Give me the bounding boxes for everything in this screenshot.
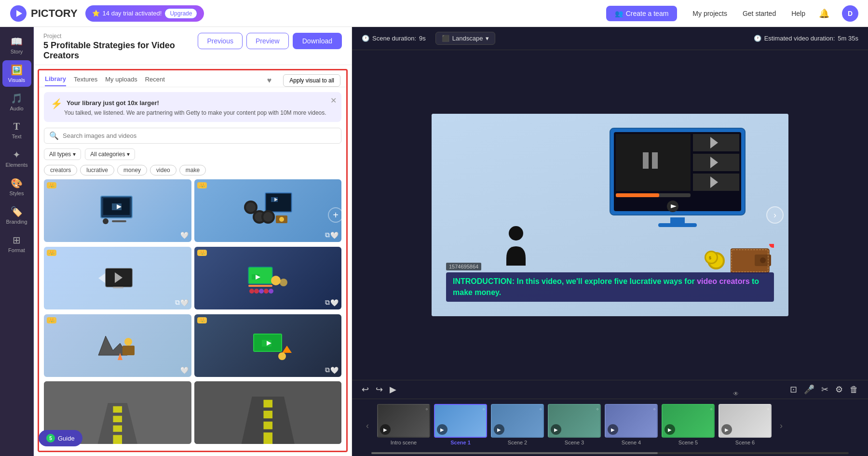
copy-badge-3[interactable]: ⧉ — [175, 298, 180, 307]
scene-thumb-5[interactable]: ▶ ⬦ Scene 5 — [662, 404, 715, 447]
filter-categories-dropdown[interactable]: All categories ▾ — [85, 148, 135, 160]
orientation-select[interactable]: ⬛ Landscape ▾ — [435, 32, 496, 45]
my-projects-link[interactable]: My projects — [692, 10, 727, 17]
tab-textures[interactable]: Textures — [74, 76, 97, 86]
scene-thumb-1[interactable]: ▶ ⬦ Scene 1 — [434, 404, 487, 447]
sidebar-item-format[interactable]: ⊞ Format — [2, 230, 31, 257]
image-card-2[interactable]: 👑 ⧉ 🤍 — [194, 179, 342, 242]
scene-label-3: Scene 3 — [565, 440, 584, 445]
get-started-link[interactable]: Get started — [743, 10, 776, 17]
create-team-button[interactable]: 👥 Create a team — [606, 6, 678, 21]
copy-badge-6[interactable]: ⧉ — [325, 366, 330, 374]
logo: PICTORY — [10, 5, 78, 22]
play-button[interactable]: ▶ — [390, 384, 396, 395]
sidebar-item-branding[interactable]: 🏷️ Branding — [2, 202, 31, 228]
format-icon: ⊞ — [13, 234, 21, 246]
copy-badge-2[interactable]: ⧉ — [325, 231, 330, 239]
svg-rect-50 — [113, 416, 122, 422]
promo-icon: ⚡ — [51, 98, 63, 109]
sidebar-item-elements[interactable]: ✦ Elements — [2, 145, 31, 172]
clock-icon: 🕐 — [362, 35, 369, 42]
sidebar-visuals-label: Visuals — [8, 77, 25, 83]
image-card-4[interactable]: 👑 ⧉ 🤍 — [194, 247, 342, 309]
tab-my-uploads[interactable]: My uploads — [105, 76, 137, 86]
audio-icon: 🎵 — [11, 93, 23, 104]
svg-point-34 — [259, 289, 264, 294]
crown-badge-2: 👑 — [197, 182, 207, 188]
add-scene-left-button[interactable]: + — [328, 207, 343, 223]
scene-thumb-intro[interactable]: ▶ ⬦ Intro scene — [377, 404, 430, 447]
upgrade-button[interactable]: Upgrade — [164, 8, 197, 19]
tabs-bar: Library Textures My uploads Recent ♥ App… — [39, 70, 346, 87]
controls-bar: ↩ ↪ ▶ ⊡ 🎤 ✂ ⚙ 🗑 — [352, 380, 868, 399]
scene-thumb-4[interactable]: ▶ ⬦ Scene 4 — [605, 404, 658, 447]
settings-button[interactable]: ⚙ — [835, 384, 843, 395]
heart-badge-5[interactable]: 🤍 — [180, 366, 189, 374]
tag-creators[interactable]: creators — [44, 165, 77, 175]
sidebar-item-story[interactable]: 📖 Story — [2, 32, 31, 58]
image-card-3[interactable]: 👑 ⧉ 🤍 — [44, 247, 191, 309]
tags-row: creators lucrative money video make — [39, 163, 346, 179]
image-card-1[interactable]: 👑 🤍 — [44, 179, 191, 242]
svg-point-32 — [249, 289, 254, 294]
crown-badge-6: 👑 — [197, 317, 207, 323]
sidebar-item-text[interactable]: T Text — [2, 117, 31, 143]
image-card-8[interactable] — [194, 381, 342, 444]
filter-types-dropdown[interactable]: All types ▾ — [44, 148, 81, 160]
timeline-next-button[interactable]: › — [775, 404, 787, 447]
sidebar-styles-label: Styles — [10, 190, 24, 196]
cut-button[interactable]: ✂ — [821, 384, 828, 395]
apply-visual-button[interactable]: Apply visual to all — [283, 74, 340, 87]
search-input[interactable] — [63, 132, 336, 139]
timeline-prev-button[interactable]: ‹ — [362, 404, 373, 447]
heart-badge-4[interactable]: 🤍 — [330, 299, 339, 307]
heart-badge-2[interactable]: 🤍 — [330, 231, 339, 239]
redo-button[interactable]: ↪ — [376, 384, 383, 395]
tag-make[interactable]: make — [179, 165, 206, 175]
image-card-6[interactable]: 👑 ⧉ 🤍 — [194, 314, 342, 377]
promo-close-button[interactable]: ✕ — [330, 96, 337, 105]
thumb-play-4: ▶ — [608, 424, 618, 435]
trial-text: 14 day trial activated! — [103, 10, 162, 17]
scene-label-1: Scene 1 — [450, 440, 471, 445]
sidebar-item-styles[interactable]: 🎨 Styles — [2, 174, 31, 200]
scene-thumb-3[interactable]: ▶ ⬦ Scene 3 — [548, 404, 601, 447]
heart-badge-1[interactable]: 🤍 — [180, 231, 189, 239]
timeline-scrollbar[interactable] — [371, 452, 849, 454]
favorites-icon[interactable]: ♥ — [267, 76, 272, 85]
visibility-toggle[interactable]: 👁 — [733, 390, 739, 397]
mic-button[interactable]: 🎤 — [804, 384, 814, 395]
delete-button[interactable]: 🗑 — [850, 385, 858, 395]
orientation-value: Landscape — [452, 35, 483, 42]
image-card-5[interactable]: 👑 🤍 — [44, 314, 191, 377]
star-icon: ⭐ — [92, 10, 100, 17]
undo-button[interactable]: ↩ — [362, 384, 369, 395]
video-next-button[interactable]: › — [766, 206, 784, 224]
sidebar-item-visuals[interactable]: 🖼️ Visuals — [2, 60, 31, 87]
layout-button[interactable]: ⊡ — [790, 384, 797, 395]
notification-icon[interactable]: 🔔 — [819, 8, 829, 19]
help-link[interactable]: Help — [791, 10, 805, 17]
sidebar-item-audio[interactable]: 🎵 Audio — [2, 89, 31, 115]
tag-video[interactable]: video — [150, 165, 176, 175]
thumb-play-1: ▶ — [437, 424, 448, 435]
tab-recent[interactable]: Recent — [145, 76, 165, 86]
sidebar: 📖 Story 🖼️ Visuals 🎵 Audio T Text ✦ Elem… — [0, 27, 34, 456]
scene-duration-value: 9s — [419, 35, 426, 42]
avatar[interactable]: D — [842, 5, 858, 22]
scene-thumb-2[interactable]: ▶ ⬦ Scene 2 — [491, 404, 544, 447]
guide-button[interactable]: 5 Guide — [39, 430, 82, 446]
scene-label-5: Scene 5 — [678, 440, 698, 445]
download-button[interactable]: Download — [293, 33, 342, 49]
scene-thumb-6[interactable]: ▶ ⬦ Scene 6 — [719, 404, 772, 447]
previous-button[interactable]: Previous — [198, 33, 242, 49]
svg-rect-52 — [113, 435, 122, 444]
heart-badge-6[interactable]: 🤍 — [330, 366, 339, 374]
heart-badge-3[interactable]: 🤍 — [180, 299, 189, 307]
tag-lucrative[interactable]: lucrative — [80, 165, 114, 175]
tab-library[interactable]: Library — [45, 75, 66, 86]
tag-money[interactable]: money — [117, 165, 147, 175]
preview-button[interactable]: Preview — [246, 33, 289, 49]
copy-badge-4[interactable]: ⧉ — [325, 298, 330, 307]
visuals-panel: Library Textures My uploads Recent ♥ App… — [38, 69, 348, 452]
